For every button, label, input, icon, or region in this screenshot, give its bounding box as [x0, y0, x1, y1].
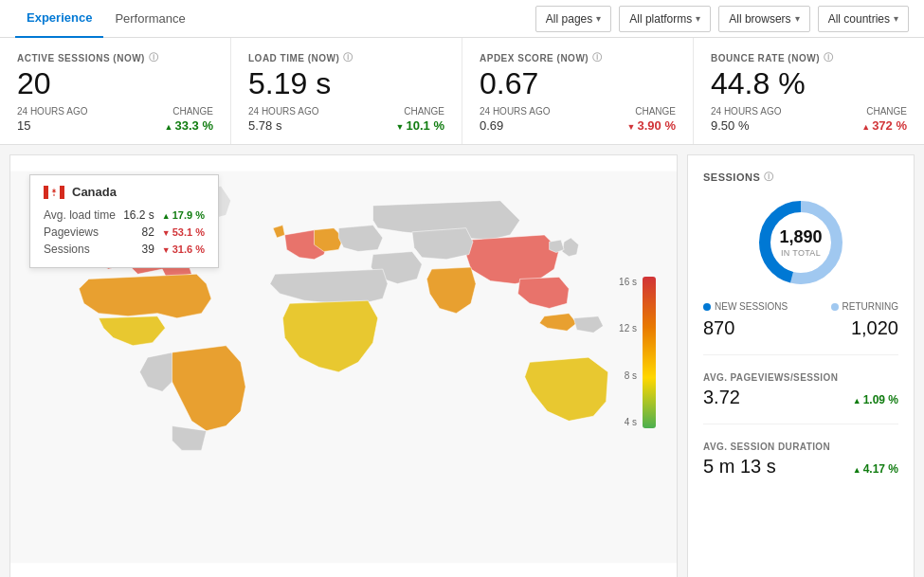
donut-chart: 1,890 IN TOTAL — [703, 195, 898, 290]
info-icon: ⓘ — [764, 171, 774, 184]
info-icon: ⓘ — [149, 51, 159, 64]
arrow-up-icon — [853, 393, 861, 406]
kpi-bounce-rate: BOUNCE RATE (NOW) ⓘ 44.8 % 24 HOURS AGO … — [694, 38, 924, 144]
chevron-down-icon: ▾ — [894, 13, 898, 24]
arrow-up-icon — [162, 209, 171, 221]
tab-performance[interactable]: Performance — [103, 0, 196, 38]
info-icon: ⓘ — [824, 51, 834, 64]
arrow-down-icon — [396, 118, 405, 133]
kpi-change-active-sessions: 33.3 % — [165, 118, 213, 133]
svg-rect-2 — [60, 186, 64, 199]
tooltip-row-sessions: Sessions 39 31.6 % — [44, 241, 205, 258]
arrow-down-icon — [627, 118, 636, 133]
map-tooltip: Canada Avg. load time 16.2 s 17.9 % Page… — [29, 174, 219, 268]
header: Experience Performance All pages ▾ All p… — [0, 0, 924, 38]
kpi-apdex-value: 0.67 — [480, 68, 676, 99]
chevron-down-icon: ▾ — [795, 13, 800, 24]
arrow-down-icon — [162, 226, 171, 238]
kpi-row: ACTIVE SESSIONS (NOW) ⓘ 20 24 HOURS AGO … — [0, 38, 924, 145]
duration-section: AVG. SESSION DURATION 5 m 13 s 4.17 % — [703, 442, 898, 493]
info-icon: ⓘ — [343, 51, 353, 64]
kpi-change-apdex: 3.90 % — [627, 118, 676, 133]
canada-flag-icon — [44, 186, 64, 199]
main-content: Canada Avg. load time 16.2 s 17.9 % Page… — [0, 145, 924, 577]
info-icon: ⓘ — [592, 51, 603, 64]
chevron-down-icon: ▾ — [696, 13, 700, 24]
filter-countries[interactable]: All countries ▾ — [818, 6, 909, 32]
new-sessions-dot — [703, 303, 711, 311]
kpi-active-sessions: ACTIVE SESSIONS (NOW) ⓘ 20 24 HOURS AGO … — [0, 38, 231, 144]
duration-value: 5 m 13 s — [703, 456, 776, 478]
pageviews-section: AVG. PAGEVIEWS/SESSION 3.72 1.09 % — [703, 372, 898, 424]
kpi-active-sessions-value: 20 — [17, 68, 213, 99]
pageviews-value: 3.72 — [703, 387, 740, 408]
filter-pages[interactable]: All pages ▾ — [535, 6, 611, 32]
chevron-down-icon: ▾ — [596, 13, 601, 24]
returning-value: 1,020 — [851, 317, 898, 339]
legend-labels: 16 s 12 s 8 s 4 s — [619, 277, 637, 428]
filter-browsers[interactable]: All browsers ▾ — [718, 6, 809, 32]
pageviews-change: 1.09 % — [853, 393, 898, 406]
map-container: Canada Avg. load time 16.2 s 17.9 % Page… — [9, 154, 678, 577]
returning-dot — [831, 303, 839, 311]
kpi-bounce-rate-value: 44.8 % — [711, 68, 907, 99]
kpi-load-time-value: 5.19 s — [248, 68, 444, 99]
arrow-down-icon — [162, 243, 171, 255]
arrow-up-icon — [853, 462, 861, 476]
tab-experience[interactable]: Experience — [15, 0, 103, 38]
tooltip-row-pageviews: Pageviews 82 53.1 % — [44, 224, 205, 241]
arrow-up-icon — [861, 118, 870, 133]
sessions-total: 1,890 — [779, 227, 822, 248]
tooltip-row-loadtime: Avg. load time 16.2 s 17.9 % — [44, 207, 205, 224]
kpi-change-load-time: 10.1 % — [396, 118, 444, 133]
right-panel: Sessions ⓘ 1,890 IN TOTAL — [687, 154, 915, 577]
kpi-load-time: LOAD TIME (NOW) ⓘ 5.19 s 24 HOURS AGO 5.… — [231, 38, 462, 144]
kpi-apdex: APDEX SCORE (NOW) ⓘ 0.67 24 HOURS AGO 0.… — [462, 38, 694, 144]
svg-rect-0 — [44, 186, 48, 199]
svg-rect-3 — [54, 194, 55, 196]
new-sessions-value: 870 — [703, 317, 734, 339]
sessions-section: Sessions ⓘ 1,890 IN TOTAL — [703, 171, 898, 355]
legend-bar-container: 16 s 12 s 8 s 4 s — [619, 277, 656, 428]
duration-change: 4.17 % — [853, 462, 898, 476]
kpi-change-bounce-rate: 372 % — [861, 118, 907, 133]
arrow-up-icon — [165, 118, 173, 133]
filter-platforms[interactable]: All platforms ▾ — [619, 6, 711, 32]
legend-gradient — [643, 277, 656, 428]
